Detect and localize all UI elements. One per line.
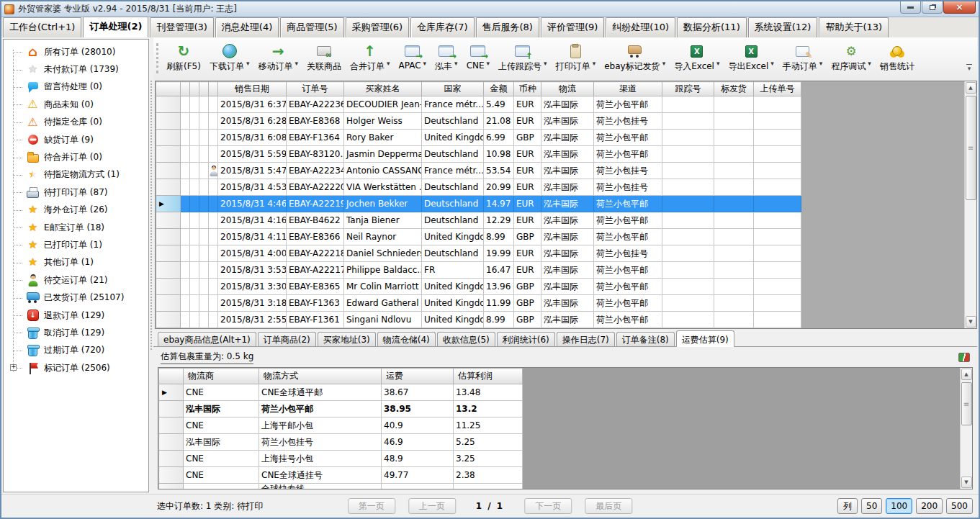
row-selector-cell[interactable] bbox=[156, 163, 181, 179]
estimate-row[interactable]: CNE CNE全球通平邮 38.67 13.48 bbox=[159, 384, 523, 401]
download-orders-button[interactable]: 下载订单 bbox=[205, 41, 254, 74]
sidebar-item-out-of-stock[interactable]: 缺货订单 (9) bbox=[4, 131, 148, 148]
order-row[interactable]: 2015/8/31 4:46 EBAY-A22219 Jochen Bekker… bbox=[156, 196, 801, 212]
column-header[interactable]: 物流方式 bbox=[259, 369, 382, 384]
sidebar-item-flagged-orders[interactable]: 标记订单 (2506) bbox=[4, 359, 148, 376]
row-selector-cell[interactable] bbox=[156, 262, 181, 279]
row-selector-cell[interactable] bbox=[159, 484, 184, 490]
detail-tab-ebay-product-info[interactable]: ebay商品信息(Alt+1) bbox=[158, 332, 256, 346]
tab-product-management[interactable]: 商品管理(5) bbox=[280, 17, 343, 37]
last-page-button[interactable]: 最后页 bbox=[585, 498, 632, 514]
row-selector-cell[interactable] bbox=[156, 196, 181, 212]
row-selector-cell[interactable] bbox=[156, 295, 181, 312]
estimate-row[interactable]: 全球快专线 bbox=[159, 484, 523, 490]
column-header[interactable]: 金额 bbox=[484, 82, 514, 96]
order-row[interactable]: 2015/8/31 3:18 EBAY-F1363 Edward Gathera… bbox=[156, 295, 801, 312]
dropdown-arrow-icon[interactable] bbox=[716, 60, 720, 67]
dropdown-arrow-icon[interactable] bbox=[246, 60, 250, 67]
row-selector-cell[interactable] bbox=[156, 245, 181, 262]
link-products-button[interactable]: 关联商品 bbox=[302, 41, 346, 74]
detail-tab-buyer-address[interactable]: 买家地址(3) bbox=[318, 332, 376, 346]
sidebar-item-pending-shipment[interactable]: 待交运订单 (21) bbox=[4, 271, 148, 289]
sidebar-item-pending-warehouse[interactable]: 待指定仓库 (0) bbox=[4, 114, 148, 131]
order-row[interactable]: 2015/8/31 6:37 EBAY-A22236 DECOUDIER Jea… bbox=[156, 96, 801, 113]
next-page-button[interactable]: 下一页 bbox=[524, 498, 572, 514]
order-row[interactable]: 2015/8/31 6:28 EBAY-E8368 Holger Weiss D… bbox=[156, 113, 801, 130]
detail-tab-operation-log[interactable]: 操作日志(7) bbox=[557, 332, 615, 346]
order-row[interactable]: 2015/8/31 4:53 EBAY-A22220 VIA Werkstätt… bbox=[156, 179, 801, 196]
sidebar-item-unpaid-orders[interactable]: 未付款订单 (1739) bbox=[4, 60, 148, 78]
order-row[interactable]: 2015/8/31 4:11 EBAY-E8366 Neil Raynor Un… bbox=[156, 229, 801, 245]
row-selector-cell[interactable] bbox=[156, 130, 181, 146]
export-excel-button[interactable]: 导出Excel bbox=[724, 41, 778, 74]
column-settings-button[interactable]: 列 bbox=[837, 498, 858, 514]
column-header[interactable]: 买家姓名 bbox=[344, 82, 422, 96]
page-size-button[interactable]: 500 bbox=[946, 498, 973, 514]
debug-button[interactable]: 程序调试 bbox=[827, 41, 876, 74]
manual-order-button[interactable]: 手动订单 bbox=[778, 41, 827, 74]
estimate-row[interactable]: CNE 上海平邮小包 40.9 11.25 bbox=[159, 418, 523, 434]
scroll-down-icon[interactable] bbox=[966, 316, 976, 328]
column-header[interactable]: 渠道 bbox=[594, 82, 662, 96]
row-selector-cell[interactable] bbox=[156, 146, 181, 163]
dropdown-arrow-icon[interactable] bbox=[295, 60, 298, 67]
detail-tab-logistics-warehouse[interactable]: 物流仓储(4) bbox=[377, 332, 436, 346]
sidebar-item-shipped-orders[interactable]: 已发货订单 (25107) bbox=[4, 289, 148, 306]
page-size-button[interactable]: 200 bbox=[916, 498, 943, 514]
dropdown-arrow-icon[interactable] bbox=[662, 60, 666, 67]
scrollbar-thumb[interactable] bbox=[961, 382, 972, 425]
order-row[interactable]: 2015/8/31 6:08 EBAY-F1364 Rory Baker Uni… bbox=[156, 130, 801, 146]
row-selector-cell[interactable] bbox=[159, 434, 184, 451]
sidebar-item-cancelled-orders[interactable]: 取消订单 (129) bbox=[4, 324, 148, 341]
detail-tab-order-notes[interactable]: 订单备注(8) bbox=[616, 332, 675, 346]
order-row[interactable]: 2015/8/31 3:30 EBAY-E8365 Mr Colin Marri… bbox=[156, 279, 801, 295]
row-selector-cell[interactable] bbox=[156, 312, 181, 328]
column-header[interactable]: 物流 bbox=[541, 82, 594, 96]
book-icon[interactable] bbox=[958, 353, 970, 362]
page-size-button[interactable]: 100 bbox=[886, 498, 912, 514]
column-header[interactable]: 币种 bbox=[514, 82, 541, 96]
first-page-button[interactable]: 第一页 bbox=[348, 498, 395, 514]
tab-help-about[interactable]: 帮助关于(13) bbox=[819, 17, 889, 37]
scrollbar-thumb[interactable] bbox=[966, 96, 976, 200]
tab-listing-management[interactable]: 刊登管理(3) bbox=[150, 17, 213, 37]
sidebar-item-unknown-product[interactable]: 商品未知 (0) bbox=[4, 96, 148, 113]
move-orders-button[interactable]: 移动订单 bbox=[253, 41, 302, 74]
merge-orders-button[interactable]: 合并订单 bbox=[346, 41, 395, 74]
tab-message-processing[interactable]: 消息处理(4) bbox=[215, 17, 279, 37]
sidebar-item-other-orders[interactable]: 其他订单 (1) bbox=[4, 254, 148, 271]
row-selector-cell[interactable] bbox=[156, 229, 181, 245]
sidebar-item-overseas-warehouse[interactable]: 海外仓订单 (26) bbox=[4, 202, 148, 219]
tab-feedback-management[interactable]: 评价管理(9) bbox=[541, 17, 604, 37]
sidebar-item-expired-orders[interactable]: 过期订单 (720) bbox=[4, 342, 148, 359]
order-row[interactable]: 2015/8/31 4:16 EBAY-B4622 Tanja Biener D… bbox=[156, 212, 801, 229]
refresh-button[interactable]: 刷新(F5) bbox=[162, 41, 205, 74]
row-selector-cell[interactable] bbox=[156, 179, 181, 196]
sidebar-item-refund-orders[interactable]: 退款订单 (129) bbox=[4, 307, 148, 324]
tab-after-sales[interactable]: 售后服务(8) bbox=[476, 17, 539, 37]
estimate-row[interactable]: 泓丰国际 荷兰小包平邮 38.95 13.2 bbox=[159, 401, 523, 418]
order-row[interactable]: 2015/8/31 4:00 EBAY-A22218 Daniel Schnie… bbox=[156, 245, 801, 262]
sidebar-item-printed-orders[interactable]: 已打印订单 (1) bbox=[4, 236, 148, 253]
cne-button[interactable]: CNE bbox=[462, 41, 494, 72]
tab-dispute-processing[interactable]: 纠纷处理(10) bbox=[606, 17, 675, 37]
dropdown-arrow-icon[interactable] bbox=[454, 60, 458, 67]
row-selector-cell[interactable] bbox=[156, 113, 181, 130]
dropdown-arrow-icon[interactable] bbox=[770, 60, 774, 67]
page-size-button[interactable]: 50 bbox=[861, 498, 882, 514]
column-header[interactable]: 标发货 bbox=[714, 82, 754, 96]
row-selector-cell[interactable] bbox=[159, 467, 184, 484]
sidebar-item-pending-logistics[interactable]: 待指定物流方式 (1) bbox=[4, 166, 148, 184]
column-header[interactable]: 销售日期 bbox=[218, 82, 287, 96]
close-button[interactable]: × bbox=[943, 1, 976, 14]
detail-tab-payment-info[interactable]: 收款信息(5) bbox=[437, 332, 495, 346]
row-selector-cell[interactable] bbox=[156, 279, 181, 295]
estimate-row[interactable]: CNE 上海挂号小包 48.9 3.25 bbox=[159, 451, 523, 467]
order-row[interactable]: 2015/8/31 5:59 EBAY-83120... Jasmin Depp… bbox=[156, 146, 801, 163]
dropdown-arrow-icon[interactable] bbox=[423, 60, 427, 67]
sidebar-item-pending-merge[interactable]: 待合并订单 (0) bbox=[4, 148, 148, 166]
column-header[interactable]: 国家 bbox=[422, 82, 484, 96]
detail-tab-order-items[interactable]: 订单商品(2) bbox=[258, 332, 316, 346]
order-row[interactable]: 2015/8/31 2:55 EBAY-F1361 Singani Ndlovu… bbox=[156, 312, 801, 328]
order-row[interactable]: 2015/8/31 3:53 EBAY-A22217 Philippe Bald… bbox=[156, 262, 801, 279]
